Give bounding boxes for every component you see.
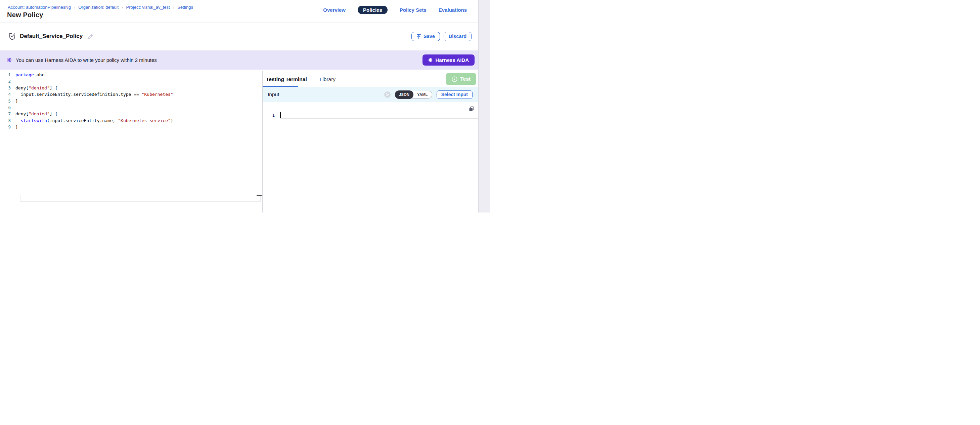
test-button-label: Test	[460, 76, 471, 82]
overview-ruler-cursor-marker	[256, 195, 262, 196]
top-tab-policies[interactable]: Policies	[358, 6, 388, 14]
code-line[interactable]: 7deny["denied"] {	[0, 110, 262, 117]
top-nav-tabs: OverviewPoliciesPolicy SetsEvaluations	[323, 6, 467, 14]
code-line-content: }	[16, 124, 18, 130]
harness-aida-button-label: Harness AIDA	[436, 57, 469, 63]
policy-editor-page: Account: automationPipelinesNg›Organizat…	[0, 0, 490, 212]
save-button[interactable]: Save	[411, 32, 440, 41]
code-line-content: deny["denied"] {	[16, 85, 57, 91]
aida-button-sparkle-icon: ❋	[428, 58, 433, 62]
policy-code-editor[interactable]: 1package abc23deny["denied"] {4 input.se…	[0, 72, 262, 212]
current-line-highlight	[20, 195, 261, 202]
code-line-content: package abc	[16, 72, 45, 78]
code-line[interactable]: 9}	[0, 124, 262, 130]
line-number: 3	[0, 85, 16, 91]
discard-button[interactable]: Discard	[444, 32, 471, 41]
save-button-label: Save	[423, 34, 435, 39]
aida-banner-message: You can use Harness AIDA to write your p…	[16, 57, 157, 63]
code-line[interactable]: 3deny["denied"] {	[0, 85, 262, 91]
text-cursor	[280, 112, 281, 118]
terminal-tab-testing-terminal[interactable]: Testing Terminal	[266, 76, 307, 82]
line-number: 6	[0, 104, 16, 110]
format-option-yaml[interactable]: YAML	[413, 91, 431, 99]
page-header: Account: automationPipelinesNg›Organizat…	[0, 1, 478, 23]
input-editor[interactable]: 1	[262, 102, 478, 212]
code-line-content: startswith(input.serviceEntity.name, "Ku…	[16, 117, 173, 124]
play-circle-icon	[452, 76, 457, 82]
line-number: 4	[0, 91, 16, 97]
page-right-gutter	[478, 0, 490, 212]
policy-name: Default_Service_Policy	[20, 33, 83, 40]
indent-guide	[21, 189, 21, 195]
breadcrumb-item[interactable]: Account: automationPipelinesNg	[8, 5, 71, 10]
copy-icon[interactable]	[469, 106, 474, 112]
line-number: 2	[0, 78, 16, 85]
format-option-json[interactable]: JSON	[395, 91, 414, 99]
indent-guide	[21, 162, 21, 169]
discard-button-label: Discard	[449, 34, 466, 39]
breadcrumb-chevron-icon: ›	[173, 5, 174, 10]
select-input-button[interactable]: Select Input	[437, 91, 473, 99]
top-tab-policy-sets[interactable]: Policy Sets	[400, 7, 426, 13]
line-number: 9	[0, 124, 16, 130]
page-title: New Policy	[7, 11, 43, 19]
code-line[interactable]: 8 startswith(input.serviceEntity.name, "…	[0, 117, 262, 124]
testing-terminal-panel: Testing TerminalLibrary Test Input	[262, 72, 478, 212]
breadcrumb-item[interactable]: Settings	[177, 5, 193, 10]
breadcrumb-chevron-icon: ›	[74, 5, 75, 10]
code-line[interactable]: 6	[0, 104, 262, 110]
edit-policy-name-icon[interactable]	[88, 33, 94, 39]
line-number: 8	[0, 117, 16, 124]
breadcrumb-chevron-icon: ›	[122, 5, 123, 10]
line-number: 1	[0, 72, 16, 78]
code-line-content: }	[16, 98, 18, 104]
code-line[interactable]: 1package abc	[0, 72, 262, 78]
format-toggle: JSONYAML	[395, 91, 432, 99]
share-graph-icon[interactable]	[384, 91, 391, 98]
harness-aida-button[interactable]: ❋ Harness AIDA	[423, 54, 474, 66]
terminal-tab-library[interactable]: Library	[320, 76, 336, 82]
breadcrumb-item[interactable]: Project: vishal_av_test	[126, 5, 170, 10]
code-line[interactable]: 2	[0, 78, 262, 85]
line-number: 7	[0, 110, 16, 117]
top-tab-evaluations[interactable]: Evaluations	[439, 7, 467, 13]
code-line-content: deny["denied"] {	[16, 110, 57, 117]
code-line[interactable]: 4 input.serviceEntity.serviceDefinition.…	[0, 91, 262, 97]
test-button[interactable]: Test	[446, 73, 476, 85]
input-section-title: Input	[268, 91, 279, 97]
breadcrumb-item[interactable]: Organization: default	[78, 5, 119, 10]
policy-shield-check-icon	[9, 33, 16, 40]
aida-sparkle-icon: ❋	[7, 57, 12, 63]
policy-toolbar: Default_Service_Policy Save Discard	[0, 23, 478, 50]
input-section-header: Input JSONYAML Select Input	[262, 87, 478, 102]
input-line-number: 1	[262, 112, 275, 119]
top-tab-overview[interactable]: Overview	[323, 7, 345, 13]
terminal-tabs: Testing TerminalLibrary Test	[262, 72, 478, 87]
line-number: 5	[0, 98, 16, 104]
input-current-line-highlight	[280, 112, 478, 119]
aida-banner: ❋ You can use Harness AIDA to write your…	[0, 50, 478, 70]
upload-icon	[417, 34, 421, 39]
active-tab-underline	[262, 86, 298, 87]
code-line[interactable]: 5}	[0, 98, 262, 104]
breadcrumb: Account: automationPipelinesNg›Organizat…	[8, 5, 193, 10]
main-content: Account: automationPipelinesNg›Organizat…	[0, 0, 478, 212]
code-line-content: input.serviceEntity.serviceDefinition.ty…	[16, 91, 173, 97]
